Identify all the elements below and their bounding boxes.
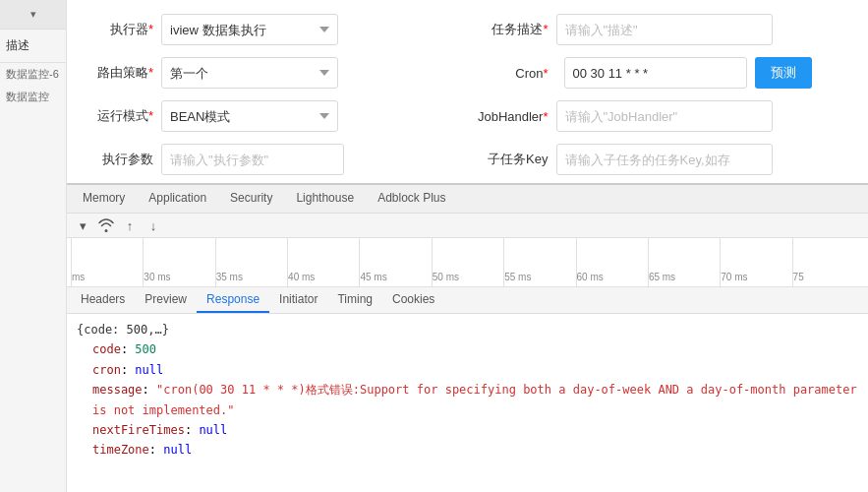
- tab-preview[interactable]: Preview: [135, 287, 197, 313]
- exec-param-group: 执行参数: [83, 144, 458, 175]
- run-mode-label: 运行模式*: [83, 107, 161, 125]
- tab-adblock[interactable]: Adblock Plus: [366, 185, 457, 213]
- exec-param-label: 执行参数: [83, 151, 161, 168]
- executor-select[interactable]: iview 数据集执行: [161, 14, 338, 45]
- devtools-panel: Memory Application Security Lighthouse A…: [67, 183, 868, 492]
- subtask-key-label: 子任务Key: [478, 151, 556, 168]
- tab-lighthouse[interactable]: Lighthouse: [284, 185, 366, 213]
- subtask-key-group: 子任务Key: [478, 144, 853, 175]
- response-line-2: code: 500: [77, 339, 858, 359]
- perf-toolbar: ▾ ↑ ↓: [67, 214, 868, 238]
- timeline-area: ms 30 ms 35 ms 40 ms 45 ms 50 ms 55 ms 6…: [67, 238, 868, 287]
- tick-8: 65 ms: [648, 238, 720, 286]
- tab-memory[interactable]: Memory: [71, 185, 137, 213]
- job-handler-label: JobHandler*: [478, 109, 556, 124]
- wifi-icon: [98, 217, 114, 233]
- tab-application[interactable]: Application: [137, 185, 218, 213]
- content-area: 执行器* iview 数据集执行 任务描述* 路由策略*: [67, 0, 868, 492]
- form-row-2: 路由策略* 第一个 Cron* 预测: [83, 57, 852, 89]
- tick-3: 40 ms: [287, 238, 359, 286]
- tick-6: 55 ms: [503, 238, 575, 286]
- tab-cookies[interactable]: Cookies: [382, 287, 444, 313]
- tick-10: 75: [792, 238, 864, 286]
- timeline-ruler: ms 30 ms 35 ms 40 ms 45 ms 50 ms 55 ms 6…: [67, 238, 868, 286]
- response-content: {code: 500,…} code: 500 cron: null messa…: [67, 314, 868, 492]
- route-select[interactable]: 第一个: [161, 57, 338, 89]
- main-wrapper: ▾ 描述 数据监控-6 数据监控 执行器* iview 数据集执行: [0, 0, 868, 492]
- devtools-tabs: Memory Application Security Lighthouse A…: [67, 185, 868, 214]
- tick-2: 35 ms: [215, 238, 287, 286]
- job-handler-input[interactable]: [556, 100, 773, 132]
- network-tabs: Headers Preview Response Initiator Timin…: [67, 287, 868, 314]
- tab-headers[interactable]: Headers: [71, 287, 135, 313]
- route-group: 路由策略* 第一个: [83, 57, 458, 89]
- form-row-4: 执行参数 子任务Key: [83, 144, 852, 175]
- task-desc-label: 任务描述*: [478, 21, 556, 38]
- tick-9: 70 ms: [720, 238, 791, 286]
- response-line-6: timeZone: null: [77, 440, 858, 460]
- form-row-3: 运行模式* BEAN模式 JobHandler*: [83, 100, 852, 132]
- tab-initiator[interactable]: Initiator: [269, 287, 327, 313]
- subtask-key-input[interactable]: [556, 144, 773, 175]
- response-line-5: nextFireTimes: null: [77, 420, 858, 440]
- tick-4: 45 ms: [359, 238, 431, 286]
- tick-0: ms: [71, 238, 143, 286]
- tab-timing[interactable]: Timing: [327, 287, 382, 313]
- run-mode-select[interactable]: BEAN模式: [161, 100, 338, 132]
- response-line-4: message: "cron(00 30 11 * * *)格式错误:Suppo…: [77, 380, 858, 420]
- sidebar: ▾ 描述 数据监控-6 数据监控: [0, 0, 67, 492]
- route-label: 路由策略*: [83, 64, 161, 82]
- response-line-3: cron: null: [77, 360, 858, 380]
- form-section: 执行器* iview 数据集执行 任务描述* 路由策略*: [67, 0, 868, 183]
- chevron-icon: ▾: [30, 8, 36, 21]
- tick-5: 50 ms: [432, 238, 503, 286]
- upload-icon[interactable]: ↑: [122, 217, 138, 233]
- task-desc-group: 任务描述*: [478, 14, 853, 45]
- chevron-down-icon[interactable]: ▾: [75, 217, 90, 233]
- form-row-1: 执行器* iview 数据集执行 任务描述*: [83, 14, 852, 45]
- sidebar-item-1: 数据监控-6: [0, 63, 66, 86]
- cron-label: Cron*: [478, 66, 556, 81]
- tab-response[interactable]: Response: [197, 287, 269, 313]
- job-handler-group: JobHandler*: [478, 100, 853, 132]
- tick-7: 60 ms: [576, 238, 648, 286]
- sidebar-chevron[interactable]: ▾: [0, 0, 66, 30]
- exec-param-input[interactable]: [161, 144, 344, 175]
- sidebar-item-2: 数据监控: [0, 86, 66, 108]
- cron-input[interactable]: [564, 57, 747, 89]
- download-icon[interactable]: ↓: [145, 217, 161, 233]
- sidebar-desc-label: 描述: [0, 30, 66, 63]
- tick-1: 30 ms: [143, 238, 214, 286]
- response-line-1: {code: 500,…}: [77, 320, 858, 339]
- executor-group: 执行器* iview 数据集执行: [83, 14, 458, 45]
- cron-group: Cron* 预测: [478, 57, 853, 89]
- tab-security[interactable]: Security: [218, 185, 284, 213]
- executor-label: 执行器*: [83, 21, 161, 38]
- predict-button[interactable]: 预测: [755, 57, 812, 89]
- task-desc-input[interactable]: [556, 14, 773, 45]
- run-mode-group: 运行模式* BEAN模式: [83, 100, 458, 132]
